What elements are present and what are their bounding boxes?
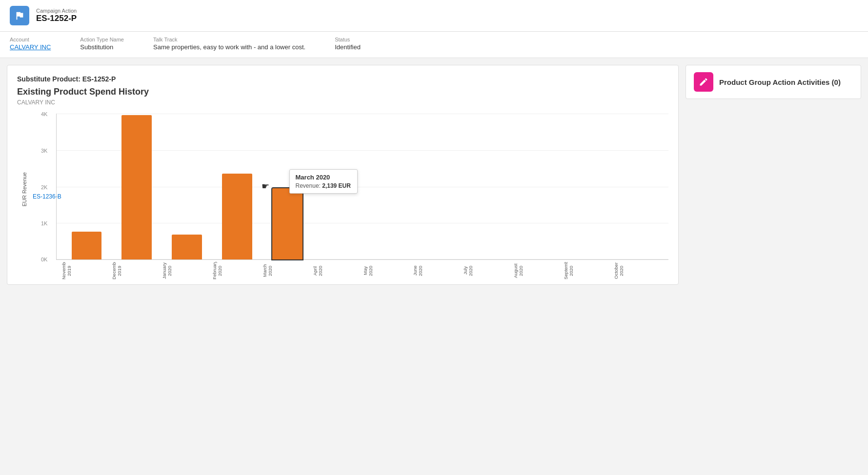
main-panel: Substitute Product: ES-1252-P Existing P… [7,65,679,285]
bar-group[interactable] [363,114,413,259]
bar[interactable] [272,188,303,260]
bar-group[interactable] [262,114,312,259]
x-label: February 2020 [212,262,262,279]
bar-group[interactable] [563,114,613,259]
bar-group[interactable] [513,114,563,259]
substitute-product-label: Substitute Product: ES-1252-P [17,75,668,83]
meta-talk-track-label: Talk Track [153,37,305,42]
meta-account-value[interactable]: CALVARY INC [10,43,51,51]
activities-icon-container [694,72,713,92]
grid-label-0k: 0K [41,257,47,262]
side-card-activities: Product Group Action Activities (0) [686,65,861,99]
y-axis-label-container: EUR Revenue [17,114,32,265]
chart-container: EUR Revenue ES-1236-B 4K 3K 2K 1K [17,114,668,279]
bars-area [57,114,668,259]
grid-label-4k: 4K [41,111,47,117]
x-labels: November 2019December 2019January 2020Fe… [56,260,668,279]
y-axis-label: EUR Revenue [21,172,27,206]
content-area: Substitute Product: ES-1252-P Existing P… [0,58,868,292]
bar[interactable] [121,115,152,259]
chart-subtitle: CALVARY INC [17,99,668,106]
top-bar-sub-label: Campaign Action [36,8,77,14]
x-label: August 2020 [513,262,563,279]
meta-status-value: Identified [335,43,361,51]
meta-account: Account CALVARY INC [10,37,51,51]
meta-action-type-label: Action Type Name [80,37,124,42]
cursor-hand: ☛ [262,181,269,192]
x-label: September 2020 [563,262,613,279]
grid-label-2k: 2K [41,184,47,190]
x-label: April 2020 [312,262,363,279]
grid-label-1k: 1K [41,220,47,226]
top-bar: Campaign Action ES-1252-P [0,0,868,32]
top-bar-main-label: ES-1252-P [36,14,77,23]
x-label: January 2020 [161,262,212,279]
x-label: October 2020 [613,262,664,279]
meta-bar: Account CALVARY INC Action Type Name Sub… [0,32,868,58]
bar-group[interactable] [312,114,363,259]
bar-group[interactable] [162,114,212,259]
bar-group[interactable] [61,114,112,259]
x-label: March 2020 [262,262,312,279]
meta-action-type-value: Substitution [80,43,124,51]
x-label: June 2020 [412,262,463,279]
x-label: November 2019 [61,262,111,279]
meta-talk-track-value: Same properties, easy to work with - and… [153,43,305,51]
x-label: July 2020 [463,262,513,279]
bar[interactable] [72,232,102,259]
side-card-title[interactable]: Product Group Action Activities (0) [719,78,841,86]
chart-inner: 4K 3K 2K 1K 0K [56,114,668,260]
pencil-icon [699,77,708,87]
bar-group[interactable] [112,114,162,259]
bar-group[interactable] [413,114,463,259]
bar-group[interactable] [212,114,262,259]
grid-label-3k: 3K [41,148,47,154]
chart-title: Existing Product Spend History [17,87,668,97]
meta-status: Status Identified [335,37,361,51]
meta-action-type: Action Type Name Substitution [80,37,124,51]
bar-group[interactable] [613,114,664,259]
meta-status-label: Status [335,37,361,42]
campaign-action-icon [10,6,29,25]
x-label: May 2020 [363,262,413,279]
meta-talk-track: Talk Track Same properties, easy to work… [153,37,305,51]
side-panel: Product Group Action Activities (0) [686,65,861,99]
x-label: December 2019 [111,262,161,279]
bar[interactable] [172,235,202,259]
meta-account-label: Account [10,37,51,42]
top-bar-text: Campaign Action ES-1252-P [36,8,77,23]
bar-group[interactable] [463,114,513,259]
bar[interactable] [222,174,252,259]
